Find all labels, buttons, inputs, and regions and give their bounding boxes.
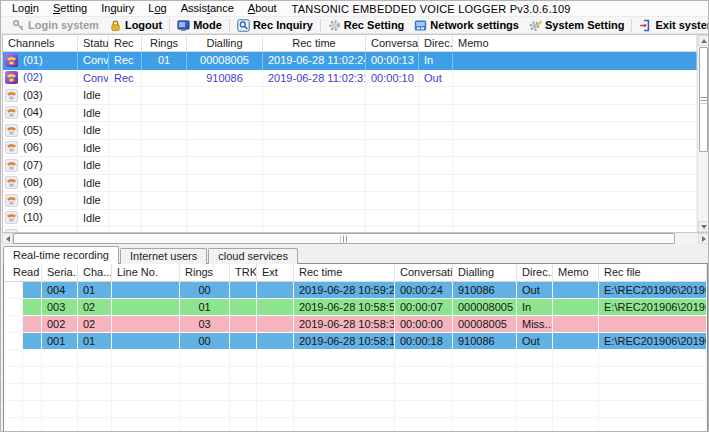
scroll-right-button[interactable] bbox=[698, 233, 709, 244]
arrow-up-icon bbox=[701, 39, 707, 43]
channel-row[interactable]: (01)Conv...Rec01000080052019-06-28 11:02… bbox=[3, 52, 697, 70]
column-header-rings[interactable]: Rings bbox=[142, 35, 187, 51]
channel-row[interactable]: (07)Idle bbox=[3, 157, 697, 175]
cell-memo bbox=[553, 299, 599, 316]
column-header-rec-time[interactable]: Rec time bbox=[294, 264, 395, 281]
empty-cell bbox=[112, 350, 180, 367]
column-header-ext[interactable]: Ext bbox=[257, 264, 294, 281]
channel-row[interactable]: (06)Idle bbox=[3, 140, 697, 158]
cell-rec: Rec bbox=[109, 70, 142, 88]
column-header-channels[interactable]: Channels bbox=[3, 35, 78, 51]
column-header-seria[interactable]: Seria... bbox=[42, 264, 78, 281]
column-header-rings[interactable]: Rings bbox=[180, 264, 230, 281]
channel-row[interactable]: (10)Idle bbox=[3, 210, 697, 228]
toolbar-button-login-system[interactable]: Login system bbox=[7, 17, 104, 33]
cell-dialling bbox=[187, 192, 263, 210]
horizontal-scroll-thumb[interactable] bbox=[13, 233, 675, 244]
channel-row[interactable]: (08)Idle bbox=[3, 175, 697, 193]
toolbar-separator bbox=[320, 19, 321, 32]
toolbar-button-network-settings[interactable]: Network settings bbox=[409, 17, 524, 33]
toolbar-button-logout[interactable]: Logout bbox=[104, 17, 167, 33]
cell-channel: (07) bbox=[3, 157, 78, 175]
cell-rec-time bbox=[263, 157, 366, 175]
channels-table-inner: ChannelsStatusRecRingsDiallingRec timeCo… bbox=[3, 35, 697, 232]
tab-cloud-services[interactable]: cloud services bbox=[208, 248, 298, 264]
cell-rings: 00 bbox=[180, 282, 230, 299]
column-header-rec-file[interactable]: Rec file bbox=[599, 264, 707, 281]
cell-memo bbox=[453, 122, 697, 140]
toolbar-button-exit-system[interactable]: Exit system bbox=[634, 17, 709, 33]
cell-rec: Rec bbox=[109, 52, 142, 70]
channel-row[interactable]: (02)Conv...Rec9100862019-06-28 11:02:310… bbox=[3, 70, 697, 88]
rec-inquiry-icon bbox=[237, 19, 250, 32]
column-header-direc[interactable]: Direc... bbox=[419, 35, 453, 51]
column-header-rec-time[interactable]: Rec time bbox=[263, 35, 366, 51]
empty-cell bbox=[78, 401, 112, 418]
cell-rec-file: E:\REC201906\2019062... bbox=[599, 333, 707, 350]
toolbar-button-label: Login system bbox=[28, 19, 99, 31]
toolbar-separator bbox=[631, 19, 632, 32]
empty-cell bbox=[294, 418, 395, 432]
tab-real-time-recording[interactable]: Real-time recording bbox=[3, 246, 119, 264]
column-header-memo[interactable]: Memo bbox=[553, 264, 599, 281]
cell-direction: Miss... bbox=[517, 316, 553, 333]
column-header-rec[interactable]: Rec bbox=[109, 35, 142, 51]
menu-item-log[interactable]: Log bbox=[141, 1, 173, 16]
channel-row[interactable]: (03)Idle bbox=[3, 87, 697, 105]
scroll-left-button[interactable] bbox=[2, 233, 13, 244]
column-header-cha[interactable]: Cha... bbox=[78, 264, 112, 281]
column-header-read[interactable]: Read bbox=[4, 264, 42, 281]
channel-label: (01) bbox=[23, 52, 43, 69]
cell-status: Conv... bbox=[78, 70, 109, 88]
toolbar-button-rec-inquiry[interactable]: Rec Inquiry bbox=[232, 17, 318, 33]
thumb-grip-icon bbox=[700, 96, 707, 103]
cell-conversation bbox=[366, 175, 419, 193]
cell-conversation bbox=[366, 140, 419, 158]
rec-setting-icon bbox=[328, 19, 341, 32]
column-header-status[interactable]: Status bbox=[78, 35, 109, 51]
column-header-trk[interactable]: TRK bbox=[230, 264, 257, 281]
empty-cell bbox=[4, 418, 23, 432]
toolbar-button-system-setting[interactable]: System Setting bbox=[524, 17, 629, 33]
empty-cell bbox=[112, 384, 180, 401]
recordings-table-body: 00401002019-06-28 10:59:2400:00:24910086… bbox=[4, 282, 707, 432]
menu-item-setting[interactable]: Setting bbox=[46, 1, 94, 16]
channels-vertical-scrollbar[interactable] bbox=[697, 35, 708, 232]
recording-row[interactable]: 00101002019-06-28 10:58:1700:00:18910086… bbox=[4, 333, 707, 350]
column-header-dialling[interactable]: Dialling bbox=[187, 35, 263, 51]
toolbar-button-mode[interactable]: Mode bbox=[172, 17, 227, 33]
menu-item-login[interactable]: Login bbox=[5, 1, 46, 16]
column-header-conversati[interactable]: Conversati... bbox=[395, 264, 453, 281]
cell-rec bbox=[109, 210, 142, 228]
cell-trk bbox=[230, 316, 257, 333]
column-header-memo[interactable]: Memo bbox=[453, 35, 697, 51]
channels-horizontal-scrollbar[interactable] bbox=[2, 233, 709, 244]
channel-row[interactable]: (04)Idle bbox=[3, 105, 697, 123]
scroll-up-button[interactable] bbox=[698, 35, 709, 46]
channel-row[interactable]: (05)Idle bbox=[3, 122, 697, 140]
recording-row[interactable]: 00401002019-06-28 10:59:2400:00:24910086… bbox=[4, 282, 707, 299]
channel-row[interactable]: (09)Idle bbox=[3, 192, 697, 210]
network-icon bbox=[414, 19, 427, 32]
toolbar: Login systemLogoutModeRec InquiryRec Set… bbox=[1, 16, 708, 34]
menu-item-assistance[interactable]: Assistance bbox=[174, 1, 241, 16]
scroll-down-button[interactable] bbox=[698, 221, 709, 232]
menu-item-about[interactable]: About bbox=[241, 1, 284, 16]
channel-row[interactable] bbox=[3, 227, 697, 232]
key-icon bbox=[12, 19, 25, 32]
tab-internet-users[interactable]: Internet users bbox=[120, 248, 207, 264]
column-header-direc[interactable]: Direc... bbox=[517, 264, 553, 281]
cell-dialling bbox=[187, 175, 263, 193]
toolbar-button-label: Network settings bbox=[430, 19, 519, 31]
column-header-dialling[interactable]: Dialling bbox=[453, 264, 517, 281]
cell-memo bbox=[453, 210, 697, 228]
empty-cell bbox=[4, 367, 23, 384]
recording-row[interactable]: 00202032019-06-28 10:58:3000:00:00000080… bbox=[4, 316, 707, 333]
recording-row[interactable]: 00302012019-06-28 10:58:5400:00:07000008… bbox=[4, 299, 707, 316]
column-header-conversati[interactable]: Conversati... bbox=[366, 35, 419, 51]
menu-item-inquiry[interactable]: Inquiry bbox=[94, 1, 141, 16]
empty-cell bbox=[453, 401, 517, 418]
toolbar-button-rec-setting[interactable]: Rec Setting bbox=[323, 17, 410, 33]
column-header-line-no[interactable]: Line No. bbox=[112, 264, 180, 281]
vertical-scroll-thumb[interactable] bbox=[699, 47, 708, 152]
